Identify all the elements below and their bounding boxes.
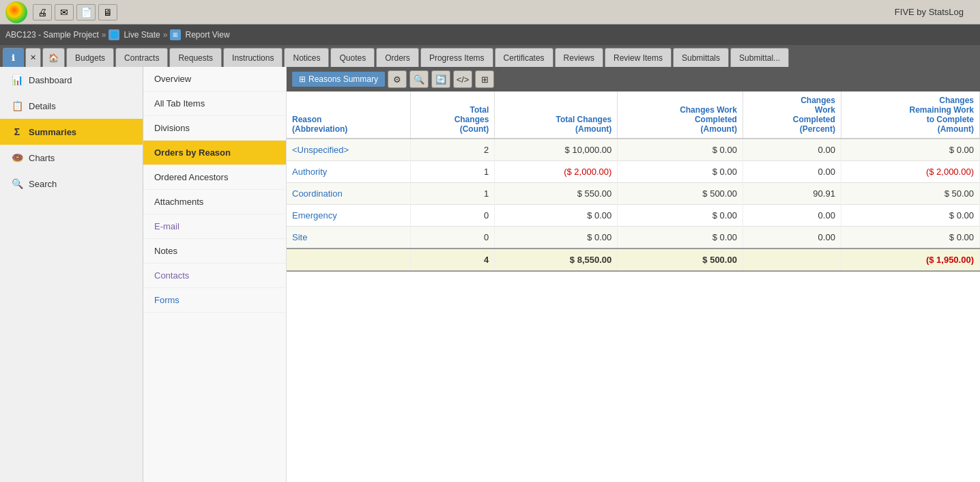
toolbar-code-button[interactable]: </> [453, 70, 472, 88]
reasons-summary-table: Reason(Abbreviation) TotalChanges(Count)… [287, 91, 980, 272]
tab-submittal-more[interactable]: Submittal... [730, 48, 789, 67]
cell-reason: Authority [287, 161, 411, 183]
col-header-work-completed: Changes WorkCompleted(Amount) [618, 91, 743, 139]
cell-total-amount: $ 0.00 [495, 227, 618, 249]
tab-review-items[interactable]: Review Items [605, 48, 672, 67]
total-count: 4 [411, 249, 495, 271]
sub-item-forms[interactable]: Forms [143, 288, 286, 313]
sidebar-label-charts: Charts [29, 153, 55, 163]
sub-item-notes[interactable]: Notes [143, 239, 286, 264]
table-total-row: 4$ 8,550.00$ 500.00($ 1,950.00) [287, 249, 980, 271]
col-header-count: TotalChanges(Count) [411, 91, 495, 139]
email-button[interactable]: ✉ [55, 4, 74, 20]
sub-item-orders-by-reason[interactable]: Orders by Reason [143, 141, 286, 165]
report-view-icon: ⊞ [170, 29, 181, 40]
toolbar-grid-button[interactable]: ⊞ [475, 70, 494, 88]
print-button[interactable]: 🖨 [33, 4, 52, 20]
cell-count: 0 [411, 205, 495, 227]
tab-progress-items[interactable]: Progress Items [420, 48, 493, 67]
cell-remaining: $ 50.00 [841, 183, 979, 205]
cell-count: 1 [411, 161, 495, 183]
col-header-reason: Reason(Abbreviation) [287, 91, 411, 139]
sub-item-contacts[interactable]: Contacts [143, 264, 286, 288]
cell-work-completed: $ 0.00 [618, 205, 743, 227]
sidebar-item-search[interactable]: 🔍 Search [0, 171, 143, 197]
col-header-remaining: ChangesRemaining Workto Complete(Amount) [841, 91, 979, 139]
tab-quotes[interactable]: Quotes [330, 48, 375, 67]
breadcrumb-view[interactable]: Report View [185, 30, 229, 40]
breadcrumb-state[interactable]: Live State [124, 30, 160, 40]
sidebar-item-dashboard[interactable]: 📊 Dashboard [0, 67, 143, 93]
cell-total-amount: ($ 2,000.00) [495, 161, 618, 183]
col-header-total-amount: Total Changes(Amount) [495, 91, 618, 139]
cell-count: 0 [411, 227, 495, 249]
table-row: Site0$ 0.00$ 0.000.00$ 0.00 [287, 227, 980, 249]
table-container: Reason(Abbreviation) TotalChanges(Count)… [287, 91, 980, 482]
table-row: <Unspecified>2$ 10,000.00$ 0.000.00$ 0.0… [287, 139, 980, 161]
toolbar-title-label: Reasons Summary [308, 74, 378, 84]
tab-reviews[interactable]: Reviews [555, 48, 603, 67]
sub-item-email[interactable]: E-mail [143, 214, 286, 239]
toolbar-settings-button[interactable]: ⚙ [388, 70, 407, 88]
search-icon: 🔍 [11, 178, 23, 190]
sub-item-overview-label: Overview [154, 74, 191, 84]
sub-item-overview[interactable]: Overview [143, 67, 286, 91]
live-state-icon: 🌐 [109, 29, 119, 40]
cell-percent: 0.00 [743, 139, 841, 161]
tab-instructions[interactable]: Instructions [223, 48, 283, 67]
cell-reason: <Unspecified> [287, 139, 411, 161]
sidebar-item-summaries[interactable]: Σ Summaries [0, 119, 143, 145]
sub-item-all-tab-items-label: All Tab Items [154, 98, 205, 109]
cell-reason: Site [287, 227, 411, 249]
toolbar-refresh-button[interactable]: 🔄 [431, 70, 450, 88]
breadcrumb-project[interactable]: ABC123 - Sample Project [5, 30, 99, 40]
table-row: Authority1($ 2,000.00)$ 0.000.00($ 2,000… [287, 161, 980, 183]
tab-bar: ℹ ✕ 🏠 Budgets Contracts Requests Instruc… [0, 45, 980, 67]
total-remaining: ($ 1,950.00) [841, 249, 979, 271]
cell-reason: Emergency [287, 205, 411, 227]
tab-info[interactable]: ℹ [3, 48, 24, 67]
sidebar-label-search: Search [29, 179, 57, 189]
sidebar-label-details: Details [29, 101, 56, 111]
cell-total-amount: $ 550.00 [495, 183, 618, 205]
sub-item-ordered-ancestors[interactable]: Ordered Ancestors [143, 165, 286, 190]
total-percent [743, 249, 841, 271]
sidebar-item-details[interactable]: 📋 Details [0, 93, 143, 119]
toolbar-title: ⊞ Reasons Summary [292, 72, 385, 87]
sidebar: 📊 Dashboard 📋 Details Σ Summaries 🍩 Char… [0, 67, 143, 482]
content-toolbar: ⊞ Reasons Summary ⚙ 🔍 🔄 </> ⊞ [287, 67, 980, 91]
toolbar-table-icon: ⊞ [299, 74, 306, 84]
tab-budgets[interactable]: Budgets [66, 48, 114, 67]
pdf-button[interactable]: 📄 [76, 4, 96, 20]
tab-requests[interactable]: Requests [169, 48, 222, 67]
tab-close[interactable]: ✕ [25, 48, 41, 67]
cell-reason: Coordination [287, 183, 411, 205]
tab-home[interactable]: 🏠 [42, 48, 65, 67]
tab-submittals[interactable]: Submittals [673, 48, 729, 67]
tab-notices[interactable]: Notices [284, 48, 329, 67]
sub-item-divisions[interactable]: Divisions [143, 116, 286, 141]
title-bar-tools: 🖨 ✉ 📄 🖥 [33, 4, 117, 20]
sub-item-orders-by-reason-label: Orders by Reason [154, 147, 231, 158]
tab-certificates[interactable]: Certificates [495, 48, 553, 67]
table-row: Emergency0$ 0.00$ 0.000.00$ 0.00 [287, 205, 980, 227]
sub-item-forms-label: Forms [154, 295, 179, 305]
tab-contracts[interactable]: Contracts [115, 48, 168, 67]
sidebar-item-charts[interactable]: 🍩 Charts [0, 145, 143, 171]
col-header-percent: ChangesWorkCompleted(Percent) [743, 91, 841, 139]
dashboard-icon: 📊 [11, 74, 23, 86]
table-row: Coordination1$ 550.00$ 500.0090.91$ 50.0… [287, 183, 980, 205]
sub-item-attachments[interactable]: Attachments [143, 190, 286, 214]
screen-button[interactable]: 🖥 [98, 4, 117, 20]
toolbar-filter-button[interactable]: 🔍 [409, 70, 429, 88]
details-icon: 📋 [11, 100, 23, 112]
sub-item-contacts-label: Contacts [154, 270, 189, 281]
total-label [287, 249, 411, 271]
cell-work-completed: $ 0.00 [618, 161, 743, 183]
tab-orders[interactable]: Orders [376, 48, 419, 67]
main-layout: 📊 Dashboard 📋 Details Σ Summaries 🍩 Char… [0, 67, 980, 482]
sub-item-notes-label: Notes [154, 246, 177, 256]
sub-item-all-tab-items[interactable]: All Tab Items [143, 91, 286, 116]
cell-work-completed: $ 0.00 [618, 227, 743, 249]
total-amount: $ 8,550.00 [495, 249, 618, 271]
